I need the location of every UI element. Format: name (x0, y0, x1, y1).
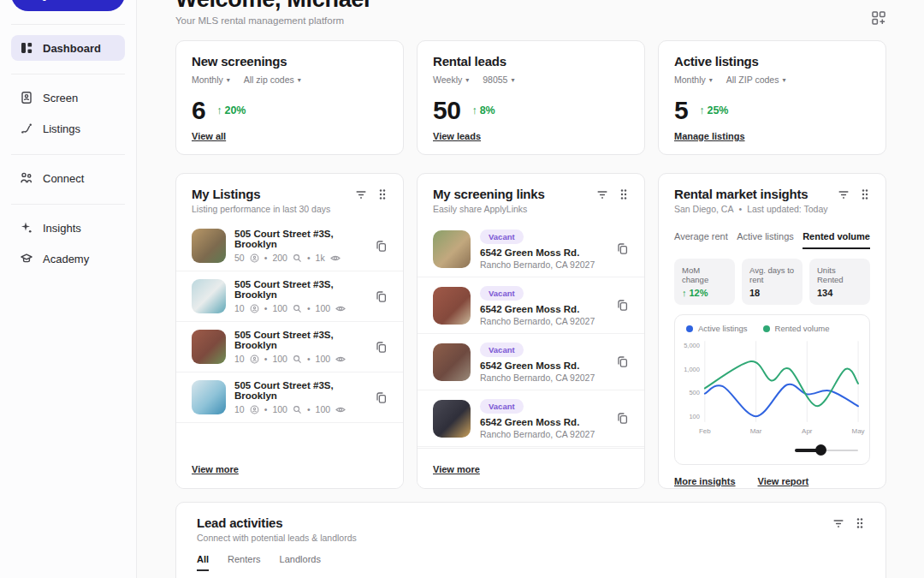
stat-box-days-to-rent: Avg. days to rent 18 (742, 259, 803, 305)
tab-all[interactable]: All (197, 554, 209, 571)
status-badge: Vacant (480, 286, 524, 301)
search-icon (293, 355, 302, 364)
screening-link-row[interactable]: Vacant 6542 Green Moss Rd. Rancho Bernar… (418, 277, 644, 333)
listing-stats: 10 • 100 • 100 (234, 404, 366, 414)
city-line: Rancho Bernardo, CA 92027 (480, 372, 595, 383)
more-insights-link[interactable]: More insights (674, 476, 736, 486)
view-leads-link[interactable]: View leads (433, 131, 481, 141)
sidebar-item-label: Academy (43, 253, 89, 265)
listing-row[interactable]: 505 Court Street #3S, Brooklyn 10 • 100 … (176, 372, 403, 423)
copy-button[interactable] (375, 290, 388, 303)
copy-button[interactable] (616, 299, 629, 312)
chevron-down-icon: ▾ (709, 76, 713, 84)
quick-actions-label: Quick actions (38, 0, 111, 1)
copy-button[interactable] (375, 341, 388, 354)
listing-address: 505 Court Street #3S, Brooklyn (234, 279, 366, 300)
zip-dropdown[interactable]: 98055 ▾ (483, 74, 514, 85)
stat-value: 6 (192, 96, 205, 125)
filter-icon[interactable] (832, 517, 844, 529)
stat-box-mom-change: MoM change ↑ 12% (674, 259, 735, 305)
period-dropdown[interactable]: Monthly ▾ (192, 74, 230, 85)
slider-handle[interactable] (815, 444, 826, 456)
trend-up-icon: ↑ (216, 104, 222, 116)
sidebar-item-connect[interactable]: Connect (11, 165, 125, 191)
trend-up-icon: ↑ (699, 104, 704, 116)
card-subtitle: Easily share ApplyLinks (433, 204, 629, 214)
legend-active-listings: Active listings (686, 324, 748, 333)
sidebar-item-academy[interactable]: Academy (11, 246, 125, 271)
drag-handle-icon[interactable] (860, 188, 870, 200)
filter-icon[interactable] (838, 188, 850, 200)
sidebar-divider (11, 74, 125, 74)
card-title: Rental market insights (674, 187, 808, 201)
copy-button[interactable] (375, 391, 388, 404)
card-title: My screening links (433, 187, 545, 201)
period-dropdown[interactable]: Weekly ▾ (433, 74, 469, 85)
stat-card-title: Active listings (674, 54, 870, 69)
tab-landlords[interactable]: Landlords (280, 554, 321, 571)
market-insights-card: Rental market insights San Diego, CA • L… (658, 173, 886, 489)
listing-address: 505 Court Street #3S, Brooklyn (234, 229, 366, 249)
sidebar-item-listings[interactable]: Listings (11, 116, 125, 141)
chevron-down-icon: ▾ (298, 76, 301, 84)
screening-link-row[interactable]: Vacant 6542 Green Moss Rd. Rancho Bernar… (418, 333, 644, 390)
view-more-link[interactable]: View more (192, 464, 239, 474)
sidebar-item-insights[interactable]: Insights (11, 215, 125, 241)
manage-listings-link[interactable]: Manage listings (674, 131, 745, 141)
listing-photo (433, 287, 471, 325)
copy-icon (375, 290, 388, 303)
sidebar-item-screen[interactable]: Screen (11, 85, 125, 110)
copy-button[interactable] (616, 412, 629, 425)
drag-handle-icon[interactable] (855, 517, 865, 529)
add-widget-button[interactable] (871, 10, 886, 26)
copy-icon (616, 299, 629, 312)
tab-rented-volume[interactable]: Rented volume (803, 231, 870, 249)
copy-icon (375, 341, 388, 354)
drag-handle-icon[interactable] (377, 188, 388, 200)
zip-dropdown[interactable]: All ZIP codes ▾ (726, 74, 786, 85)
leads-icon (250, 253, 259, 263)
copy-button[interactable] (616, 355, 629, 368)
street-address: 6542 Green Moss Rd. (480, 417, 595, 427)
sidebar-item-dashboard[interactable]: Dashboard (11, 35, 125, 61)
filter-icon[interactable] (596, 188, 608, 200)
dashboard-icon (20, 41, 33, 55)
dot-separator: • (307, 303, 311, 313)
zip-dropdown[interactable]: All zip codes ▾ (244, 74, 301, 85)
screening-link-row[interactable]: Vacant 6542 Green Moss Rd. Rancho Bernar… (418, 221, 644, 277)
views-icon (335, 355, 346, 364)
dot-separator: • (264, 303, 268, 313)
tab-active-listings[interactable]: Active listings (737, 231, 794, 249)
screening-link-row[interactable]: Vacant 6542 Green Moss Rd. Rancho Bernar… (418, 390, 644, 446)
slider-track (821, 450, 858, 452)
street-address: 6542 Green Moss Rd. (480, 247, 595, 258)
copy-button[interactable] (616, 242, 629, 255)
quick-actions-button[interactable]: + Quick actions (11, 0, 125, 11)
chevron-down-icon: ▾ (782, 76, 785, 84)
listing-row[interactable]: 505 Court Street #3S, Brooklyn 10 • 100 … (176, 271, 403, 321)
chart-range-slider[interactable] (795, 444, 858, 456)
drag-handle-icon[interactable] (619, 188, 629, 200)
view-more-link[interactable]: View more (433, 464, 480, 474)
listing-row[interactable]: 505 Court Street #3S, Brooklyn 50 • 200 … (176, 221, 403, 271)
period-dropdown[interactable]: Monthly ▾ (674, 74, 713, 85)
legend-dot-green (763, 325, 770, 332)
copy-button[interactable] (375, 240, 388, 253)
street-address: 6542 Green Moss Rd. (480, 361, 595, 371)
view-report-link[interactable]: View report (758, 476, 809, 486)
stat-value: 5 (674, 96, 688, 125)
city-line: Rancho Bernardo, CA 92027 (480, 429, 595, 439)
tab-average-rent[interactable]: Average rent (674, 231, 728, 249)
views-icon (335, 304, 346, 313)
sidebar-divider (11, 154, 125, 155)
stat-change: ↑ 8% (471, 104, 495, 116)
filter-icon[interactable] (355, 188, 367, 200)
view-all-link[interactable]: View all (192, 131, 226, 141)
stat-card-title: New screenings (192, 54, 388, 69)
street-address: 6542 Green Moss Rd. (480, 304, 595, 314)
listing-row[interactable]: 505 Court Street #3S, Brooklyn 10 • 100 … (176, 321, 403, 372)
svg-text:Apr: Apr (802, 427, 813, 435)
tab-renters[interactable]: Renters (228, 554, 261, 571)
city-line: Rancho Bernardo, CA 92027 (480, 259, 595, 270)
trend-up-icon: ↑ (682, 288, 687, 298)
